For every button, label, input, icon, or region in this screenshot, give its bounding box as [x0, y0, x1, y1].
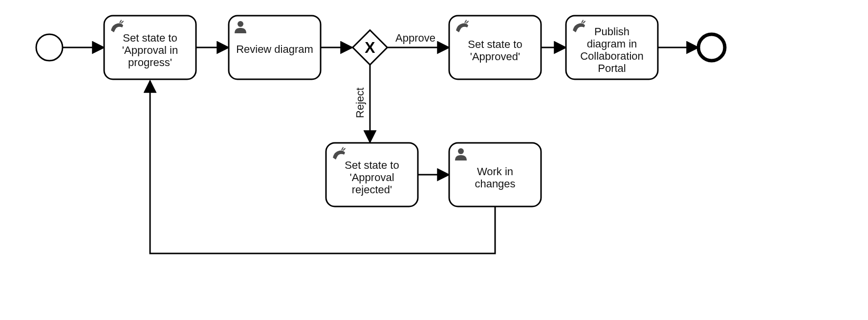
bpmn-diagram: Approve Reject Set state to 'Approval in… [0, 0, 868, 320]
task-label: Review diagram [236, 43, 313, 55]
task-review-diagram: Review diagram [229, 16, 321, 79]
task-publish: Publish diagram in Collaboration Portal [566, 16, 658, 79]
task-label: rejected' [352, 183, 392, 196]
task-set-rejected: Set state to 'Approval rejected' [326, 143, 418, 206]
flow-loop-back [150, 81, 495, 253]
flow-reject-label: Reject [354, 88, 366, 118]
task-label: Set state to [123, 32, 177, 44]
task-work-in-changes: Work in changes [449, 143, 541, 206]
task-label: Portal [598, 62, 626, 74]
task-label: 'Approved' [470, 50, 521, 63]
task-label: Set state to [345, 159, 399, 171]
start-event [36, 34, 63, 61]
task-label: Publish [594, 25, 629, 38]
end-event [698, 34, 725, 61]
task-label: Work in [477, 165, 513, 178]
task-label: 'Approval [349, 171, 394, 183]
task-label: 'Approval in [122, 44, 178, 56]
task-label: Collaboration [580, 50, 644, 62]
task-set-approved: Set state to 'Approved' [449, 16, 541, 79]
task-label: changes [475, 178, 515, 190]
exclusive-gateway: X [353, 30, 388, 65]
task-label: diagram in [587, 38, 637, 50]
task-label: Set state to [468, 38, 522, 50]
flow-approve-label: Approve [395, 32, 435, 44]
task-set-approval-in-progress: Set state to 'Approval in progress' [104, 16, 196, 79]
task-label: progress' [128, 56, 172, 69]
gateway-marker: X [365, 39, 375, 56]
